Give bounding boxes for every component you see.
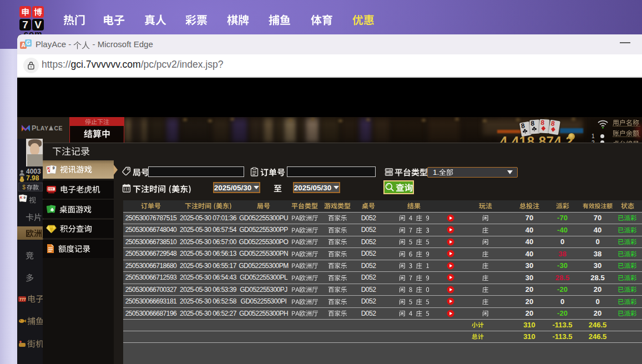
svg-text:K: K — [20, 196, 23, 199]
svg-text:777: 777 — [48, 187, 53, 190]
svg-text:K: K — [47, 166, 50, 170]
svg-text:777: 777 — [19, 297, 26, 301]
